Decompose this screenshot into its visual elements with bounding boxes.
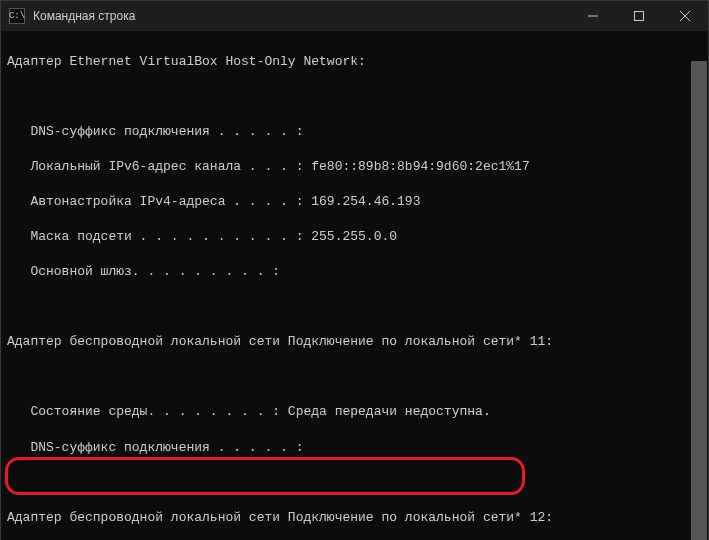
vertical-scrollbar[interactable] [691, 61, 707, 540]
adapter-header: Адаптер беспроводной локальной сети Подк… [7, 509, 702, 527]
output-line: Основной шлюз. . . . . . . . . : [7, 263, 702, 281]
output-line: Локальный IPv6-адрес канала . . . : fe80… [7, 158, 702, 176]
output-line: DNS-суффикс подключения . . . . . : [7, 439, 702, 457]
command-prompt-window: C:\ Командная строка Адаптер Ethernet Vi… [0, 0, 709, 540]
output-line: DNS-суффикс подключения . . . . . : [7, 123, 702, 141]
minimize-button[interactable] [570, 1, 616, 31]
close-button[interactable] [662, 1, 708, 31]
blank-line [7, 474, 702, 492]
title-bar[interactable]: C:\ Командная строка [1, 1, 708, 31]
title-left-area: C:\ Командная строка [1, 8, 135, 24]
output-line: Автонастройка IPv4-адреса . . . . : 169.… [7, 193, 702, 211]
scrollbar-thumb[interactable] [691, 61, 707, 540]
app-icon: C:\ [9, 8, 25, 24]
blank-line [7, 88, 702, 106]
output-line: Маска подсети . . . . . . . . . . : 255.… [7, 228, 702, 246]
blank-line [7, 368, 702, 386]
adapter-header: Адаптер Ethernet VirtualBox Host-Only Ne… [7, 53, 702, 71]
svg-rect-1 [635, 12, 644, 21]
maximize-button[interactable] [616, 1, 662, 31]
window-controls [570, 1, 708, 31]
terminal-output[interactable]: Адаптер Ethernet VirtualBox Host-Only Ne… [1, 31, 708, 540]
content-wrapper: Адаптер Ethernet VirtualBox Host-Only Ne… [1, 31, 708, 540]
blank-line [7, 298, 702, 316]
window-title: Командная строка [33, 9, 135, 23]
output-line: Состояние среды. . . . . . . . : Среда п… [7, 403, 702, 421]
adapter-header: Адаптер беспроводной локальной сети Подк… [7, 333, 702, 351]
